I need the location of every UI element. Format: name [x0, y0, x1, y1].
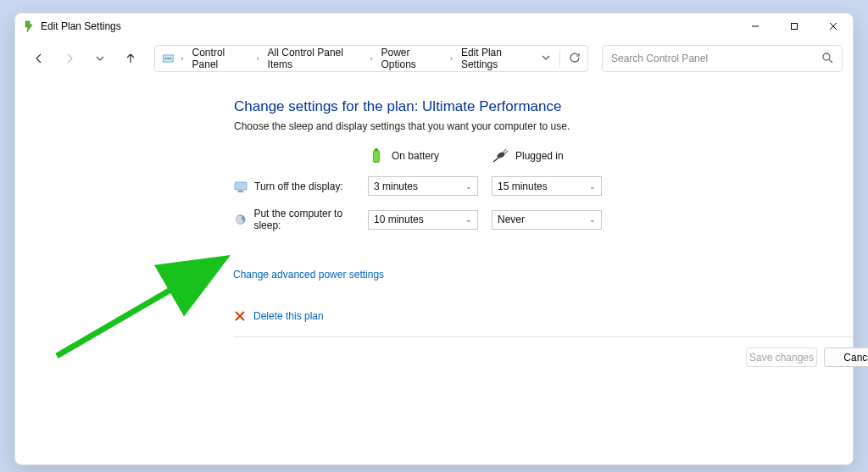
row-turn-off-display: Turn off the display: 3 minutes⌄ 15 minu… — [234, 176, 853, 196]
up-button[interactable] — [117, 45, 144, 72]
svg-point-7 — [167, 58, 169, 59]
svg-line-15 — [504, 149, 506, 152]
svg-rect-19 — [237, 191, 244, 192]
app-icon — [22, 19, 36, 33]
chevron-down-icon: ⌄ — [589, 215, 596, 224]
svg-rect-12 — [375, 148, 378, 150]
delete-link-row: Delete this plan — [233, 309, 853, 323]
svg-point-6 — [165, 58, 167, 59]
delete-plan-link[interactable]: Delete this plan — [253, 310, 324, 322]
delete-x-icon — [233, 309, 247, 323]
column-plugged-in-label: Plugged in — [515, 150, 564, 162]
svg-line-10 — [829, 59, 832, 63]
sleep-battery-dropdown[interactable]: 10 minutes⌄ — [368, 210, 478, 230]
display-icon — [234, 180, 248, 193]
search-input[interactable] — [611, 53, 821, 64]
breadcrumb-edit-plan[interactable]: Edit Plan Settings — [459, 45, 536, 72]
footer: Save changes Cancel — [234, 336, 853, 377]
breadcrumb-power-options[interactable]: Power Options — [379, 45, 442, 72]
recent-locations-button[interactable] — [86, 45, 114, 72]
turn-off-display-label: Turn off the display: — [254, 180, 343, 192]
cancel-button[interactable]: Cancel — [824, 347, 868, 367]
battery-icon — [368, 147, 385, 164]
sleep-label: Put the computer to sleep: — [253, 208, 368, 231]
chevron-down-icon[interactable] — [541, 53, 551, 64]
search-icon[interactable] — [821, 52, 833, 66]
chevron-right-icon[interactable]: › — [255, 54, 261, 63]
minimize-button[interactable] — [736, 14, 775, 39]
column-on-battery-label: On battery — [392, 150, 439, 162]
column-headers: On battery Plugged in — [368, 147, 853, 164]
svg-rect-18 — [239, 190, 242, 191]
change-advanced-link[interactable]: Change advanced power settings — [233, 269, 384, 280]
svg-point-8 — [170, 58, 171, 59]
toolbar: › Control Panel › All Control Panel Item… — [15, 39, 853, 78]
chevron-down-icon: ⌄ — [589, 182, 596, 191]
display-plugged-dropdown[interactable]: 15 minutes⌄ — [492, 176, 602, 196]
refresh-button[interactable] — [569, 52, 581, 66]
window: Edit Plan Settings › Control Panel › All… — [14, 13, 854, 465]
sleep-icon — [234, 213, 247, 226]
window-title: Edit Plan Settings — [41, 20, 121, 32]
plug-icon — [492, 147, 509, 164]
advanced-link-row: Change advanced power settings — [233, 269, 853, 280]
svg-rect-1 — [792, 24, 798, 30]
chevron-down-icon: ⌄ — [465, 215, 472, 224]
address-bar[interactable]: › Control Panel › All Control Panel Item… — [154, 45, 588, 72]
search-box[interactable] — [602, 45, 843, 72]
close-button[interactable] — [814, 14, 853, 39]
svg-point-9 — [823, 53, 830, 60]
breadcrumb-control-panel[interactable]: Control Panel — [191, 45, 250, 72]
back-button[interactable] — [25, 45, 53, 72]
save-changes-button: Save changes — [746, 347, 817, 367]
chevron-right-icon[interactable]: › — [448, 54, 454, 63]
chevron-down-icon: ⌄ — [465, 182, 472, 191]
svg-rect-13 — [374, 152, 379, 162]
content: Change settings for the plan: Ultimate P… — [15, 78, 853, 464]
control-panel-icon — [162, 52, 175, 65]
separator — [559, 50, 560, 67]
sleep-plugged-dropdown[interactable]: Never⌄ — [492, 210, 602, 230]
display-battery-dropdown[interactable]: 3 minutes⌄ — [368, 176, 478, 196]
row-sleep: Put the computer to sleep: 10 minutes⌄ N… — [234, 208, 853, 231]
chevron-right-icon[interactable]: › — [368, 54, 374, 63]
svg-rect-17 — [235, 182, 247, 190]
maximize-button[interactable] — [775, 14, 814, 39]
window-controls — [736, 14, 853, 39]
page-subheading: Choose the sleep and display settings th… — [234, 120, 853, 132]
titlebar: Edit Plan Settings — [15, 14, 853, 39]
page-heading: Change settings for the plan: Ultimate P… — [234, 98, 853, 115]
forward-button[interactable] — [56, 45, 83, 72]
chevron-right-icon[interactable]: › — [180, 54, 186, 63]
svg-line-16 — [505, 151, 508, 153]
breadcrumb-all-items[interactable]: All Control Panel Items — [266, 45, 364, 72]
